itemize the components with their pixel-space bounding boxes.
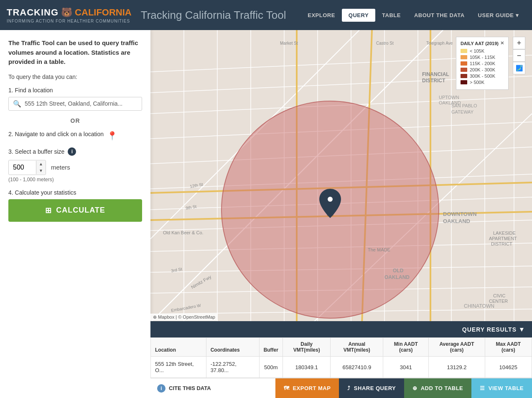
query-results-bar[interactable]: QUERY RESULTS ▾ bbox=[150, 321, 532, 337]
table-row: 555 12th Street, O... -122.2752, 37.80..… bbox=[151, 357, 532, 378]
cell-annual-vmt: 65827410.9 bbox=[331, 357, 383, 378]
info-icon[interactable]: i bbox=[68, 147, 76, 156]
export-map-button[interactable]: 🗺 EXPORT MAP bbox=[275, 378, 339, 398]
svg-text:GATEWAY: GATEWAY bbox=[451, 109, 474, 114]
legend-color-6 bbox=[461, 80, 467, 84]
svg-text:Market St: Market St bbox=[280, 41, 298, 46]
legend-item-3: 115K - 200K bbox=[461, 61, 504, 66]
col-daily-vmt: Daily VMT(miles) bbox=[283, 338, 330, 357]
share-label: SHARE QUERY bbox=[354, 385, 396, 391]
map-controls: + − 🗾 bbox=[513, 37, 525, 74]
legend-title-text: DAILY AAT (2019) bbox=[461, 41, 499, 46]
map-area[interactable]: FINANCIAL DISTRICT SAN PABLO GATEWAY UPT… bbox=[150, 30, 532, 398]
legend-color-5 bbox=[461, 74, 467, 78]
logo-icon: 🐻 bbox=[61, 7, 72, 18]
view-table-button[interactable]: ☰ VIEW TABLE bbox=[471, 378, 532, 398]
legend-label-5: 300K - 500K bbox=[470, 74, 495, 79]
chevron-down-icon: ▾ bbox=[516, 12, 519, 18]
buffer-input-wrap[interactable]: ▲ ▼ bbox=[8, 160, 46, 175]
svg-text:Telegraph Ave: Telegraph Ave bbox=[426, 41, 453, 46]
add-icon: ⊕ bbox=[412, 385, 417, 391]
col-min-aadt: Min AADT (cars) bbox=[383, 338, 429, 357]
legend-color-2 bbox=[461, 55, 467, 59]
legend-label-1: < 105K bbox=[470, 48, 484, 53]
svg-text:OLD: OLD bbox=[393, 268, 404, 274]
sidebar: The Traffic Tool can be used to query tr… bbox=[0, 30, 150, 398]
main-area: The Traffic Tool can be used to query tr… bbox=[0, 30, 532, 398]
svg-text:OAKLAND: OAKLAND bbox=[443, 218, 470, 224]
step3-row: 3. Select a buffer size i bbox=[8, 147, 142, 156]
svg-text:OAKLAND: OAKLAND bbox=[384, 274, 410, 280]
map-legend: DAILY AAT (2019) ✕ < 105K 105K - 115K 11… bbox=[456, 37, 509, 90]
map-label-oldkan: Old Kan Beer & Co. bbox=[163, 230, 204, 235]
svg-text:DOWNTOWN: DOWNTOWN bbox=[443, 211, 477, 217]
export-icon: 🗺 bbox=[284, 385, 290, 391]
col-annual-vmt: Annual VMT(miles) bbox=[331, 338, 383, 357]
location-pin-icon: 📍 bbox=[107, 131, 117, 141]
step4-label: 4. Calculate your statistics bbox=[8, 189, 142, 196]
step2-label: 2. Navigate to and click on a location bbox=[8, 131, 104, 137]
legend-item-6: > 500K bbox=[461, 80, 504, 85]
svg-text:APARTMENT: APARTMENT bbox=[489, 236, 517, 241]
cell-location: 555 12th Street, O... bbox=[151, 357, 206, 378]
logo-top: TRACKING 🐻 CALIFORNIA bbox=[7, 7, 132, 18]
logo-subtitle: INFORMING ACTION FOR HEALTHIER COMMUNITI… bbox=[7, 19, 130, 23]
cite-area[interactable]: i CITE THIS DATA bbox=[150, 378, 275, 398]
legend-item-1: < 105K bbox=[461, 48, 504, 53]
svg-text:UPTOWN: UPTOWN bbox=[439, 95, 459, 100]
svg-text:The MADE: The MADE bbox=[368, 247, 390, 252]
legend-color-3 bbox=[461, 61, 467, 66]
svg-text:CHINATOWN: CHINATOWN bbox=[464, 303, 494, 309]
col-buffer: Buffer bbox=[259, 338, 283, 357]
zoom-out-button[interactable]: − bbox=[513, 49, 525, 62]
col-location: Location bbox=[151, 338, 206, 357]
california-icon[interactable]: 🗾 bbox=[513, 62, 525, 74]
nav: EXPLORE QUERY TABLE ABOUT THE DATA USER … bbox=[301, 9, 525, 22]
svg-text:LAKESIDE: LAKESIDE bbox=[493, 231, 516, 236]
svg-text:DISTRICT: DISTRICT bbox=[491, 241, 512, 246]
legend-color-1 bbox=[461, 49, 467, 53]
legend-label-3: 115K - 200K bbox=[470, 61, 495, 66]
step4-area: 4. Calculate your statistics ⊞ CALCULATE bbox=[8, 189, 142, 222]
bottom-panel: QUERY RESULTS ▾ Location Coordinates Buf… bbox=[150, 321, 532, 398]
mapbox-credit: ⊕ Mapbox | © OpenStreetMap bbox=[150, 314, 218, 321]
buffer-spinners: ▲ ▼ bbox=[36, 161, 46, 174]
share-icon: ⤴ bbox=[347, 385, 351, 391]
share-query-button[interactable]: ⤴ SHARE QUERY bbox=[339, 378, 404, 398]
search-icon: 🔍 bbox=[13, 100, 21, 108]
action-bar: i CITE THIS DATA 🗺 EXPORT MAP ⤴ SHARE QU… bbox=[150, 378, 532, 398]
nav-query[interactable]: QUERY bbox=[342, 9, 375, 22]
intro-text: The Traffic Tool can be used to query tr… bbox=[8, 39, 138, 65]
add-to-table-button[interactable]: ⊕ ADD TO TABLE bbox=[404, 378, 471, 398]
view-table-label: VIEW TABLE bbox=[489, 385, 524, 391]
table-header-row: Location Coordinates Buffer Daily VMT(mi… bbox=[151, 338, 532, 357]
nav-about[interactable]: ABOUT THE DATA bbox=[407, 9, 471, 22]
buffer-down-btn[interactable]: ▼ bbox=[36, 167, 46, 174]
search-box[interactable]: 🔍 bbox=[8, 97, 142, 111]
cite-icon: i bbox=[157, 384, 165, 393]
legend-item-2: 105K - 115K bbox=[461, 55, 504, 60]
col-coordinates: Coordinates bbox=[206, 338, 259, 357]
table-icon: ☰ bbox=[480, 385, 485, 391]
add-table-label: ADD TO TABLE bbox=[421, 385, 463, 391]
buffer-row: ▲ ▼ meters bbox=[8, 160, 142, 175]
nav-table[interactable]: TABLE bbox=[375, 9, 407, 22]
cell-min-aadt: 3041 bbox=[383, 357, 429, 378]
zoom-in-button[interactable]: + bbox=[513, 37, 525, 49]
nav-user-guide[interactable]: USER GUIDE ▾ bbox=[471, 9, 525, 22]
legend-item-5: 300K - 500K bbox=[461, 74, 504, 79]
legend-label-6: > 500K bbox=[470, 80, 484, 85]
buffer-up-btn[interactable]: ▲ bbox=[36, 161, 46, 167]
legend-close-icon[interactable]: ✕ bbox=[500, 41, 504, 46]
calculate-button[interactable]: ⊞ CALCULATE bbox=[8, 199, 142, 222]
legend-color-4 bbox=[461, 68, 467, 72]
buffer-input[interactable] bbox=[9, 160, 36, 175]
nav-explore[interactable]: EXPLORE bbox=[301, 9, 342, 22]
legend-title: DAILY AAT (2019) ✕ bbox=[461, 41, 504, 46]
logo-california: CALIFORNIA bbox=[75, 7, 132, 18]
cell-buffer: 500m bbox=[259, 357, 283, 378]
search-input[interactable] bbox=[25, 100, 137, 107]
header: TRACKING 🐻 CALIFORNIA INFORMING ACTION F… bbox=[0, 0, 532, 30]
chevron-down-icon: ▾ bbox=[520, 325, 524, 333]
legend-label-2: 105K - 115K bbox=[470, 55, 495, 60]
